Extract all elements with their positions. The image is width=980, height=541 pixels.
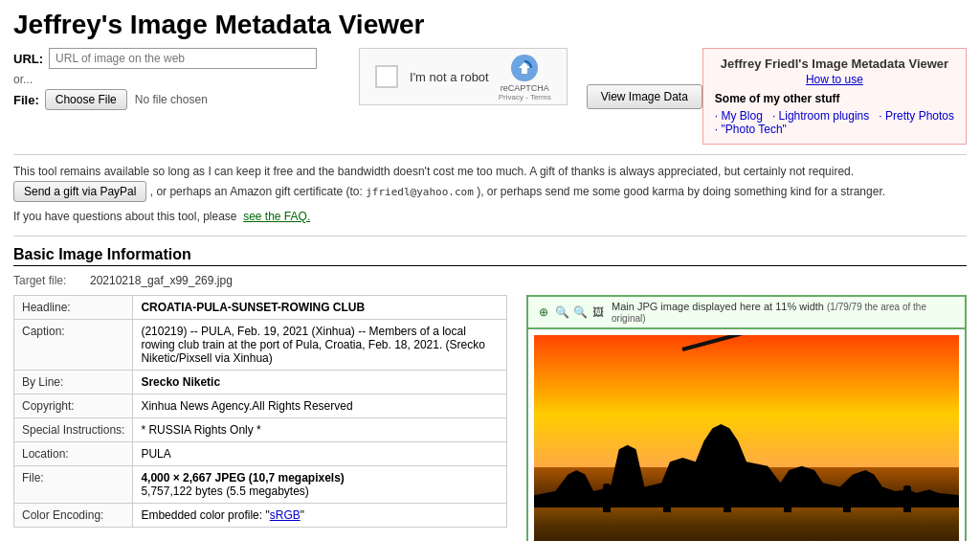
file-label: File: (13, 93, 39, 107)
metadata-table-area: Headline: CROATIA-PULA-SUNSET-ROWING CLU… (13, 295, 507, 541)
url-label: URL: (13, 52, 43, 66)
url-input[interactable] (49, 48, 317, 69)
field-headline-value: CROATIA-PULA-SUNSET-ROWING CLUB (133, 296, 507, 320)
gift-section: This tool remains available so long as I… (13, 163, 967, 237)
table-row: Headline: CROATIA-PULA-SUNSET-ROWING CLU… (14, 296, 507, 320)
email-text: jfriedl@yahoo.com (366, 186, 474, 198)
recaptcha-icon (509, 53, 540, 83)
gift-text1: This tool remains available so long as I… (13, 165, 854, 178)
recaptcha-privacy: Privacy - Terms (499, 93, 551, 101)
recaptcha-label: reCAPTCHA (501, 83, 549, 93)
captcha-checkbox[interactable] (375, 65, 398, 88)
panel-header-text: Main JPG image displayed here at 11% wid… (612, 301, 957, 324)
table-row: Copyright: Xinhua News Agency.All Rights… (14, 394, 507, 418)
faq-link[interactable]: see the FAQ. (243, 210, 310, 223)
field-byline-value: Srecko Niketic (133, 371, 507, 394)
person-silhouette (843, 484, 851, 512)
info-box-links: · My Blog · Lightroom plugins · Pretty P… (715, 109, 954, 136)
field-location-label: Location: (14, 442, 133, 466)
main-content-area: Headline: CROATIA-PULA-SUNSET-ROWING CLU… (13, 295, 967, 541)
target-file-label: Target file: (13, 274, 90, 287)
person-silhouette (903, 485, 911, 512)
table-row: File: 4,000 × 2,667 JPEG (10,7 megapixel… (14, 466, 507, 504)
image-panel: ⊕ 🔍 🔍 🖼 Main JPG image displayed here at… (526, 295, 967, 541)
faq-text: If you have questions about this tool, p… (13, 210, 237, 223)
person-silhouette (663, 485, 671, 512)
my-blog-link[interactable]: · My Blog (715, 109, 763, 123)
search-icon[interactable]: 🔍 (554, 304, 569, 320)
target-file-row: Target file: 20210218_gaf_x99_269.jpg (13, 274, 967, 287)
image-display-box[interactable]: Click image to isolate; click this text … (526, 329, 967, 541)
recaptcha-logo: reCAPTCHA Privacy - Terms (499, 53, 551, 101)
send-gift-button[interactable]: Send a gift via PayPal (13, 181, 146, 202)
no-file-text: No file chosen (135, 93, 208, 106)
field-copyright-value: Xinhua News Agency.All Rights Reserved (133, 394, 507, 418)
info-box-title: Jeffrey Friedl's Image Metadata Viewer (715, 56, 954, 71)
photo-tech-link[interactable]: · "Photo Tech" (715, 123, 787, 136)
pretty-photos-link[interactable]: · Pretty Photos (879, 109, 954, 123)
srgb-link[interactable]: sRGB (270, 508, 301, 522)
view-image-data-button[interactable]: View Image Data (587, 84, 702, 109)
metadata-table: Headline: CROATIA-PULA-SUNSET-ROWING CLU… (13, 295, 507, 528)
image-icon[interactable]: 🖼 (590, 304, 606, 320)
sunset-image[interactable] (534, 335, 959, 541)
url-form-area: URL: or... File: Choose File No file cho… (13, 48, 330, 110)
choose-file-button[interactable]: Choose File (45, 89, 127, 110)
person-silhouette (603, 484, 611, 512)
gift-text2: , or perhaps an Amazon gift certificate … (150, 185, 363, 198)
table-row: Caption: (210219) -- PULA, Feb. 19, 2021… (14, 320, 507, 371)
table-row: By Line: Srecko Niketic (14, 371, 507, 394)
target-file-value: 20210218_gaf_x99_269.jpg (90, 274, 233, 287)
lightroom-plugins-link[interactable]: · Lightroom plugins (772, 109, 869, 123)
field-location-value: PULA (133, 442, 507, 466)
field-byline-label: By Line: (14, 371, 133, 394)
field-caption-label: Caption: (14, 320, 133, 371)
table-row: Special Instructions: * RUSSIA Rights On… (14, 418, 507, 442)
field-headline-label: Headline: (14, 296, 133, 320)
sky-layer (534, 335, 959, 467)
how-to-use-link[interactable]: How to use (715, 73, 954, 86)
person-silhouette (724, 482, 731, 512)
table-row: Color Encoding: Embedded color profile: … (14, 504, 507, 528)
panel-icons: ⊕ 🔍 🔍 🖼 (536, 304, 606, 320)
field-color-value: Embedded color profile: "sRGB" (133, 504, 507, 528)
divider (13, 154, 967, 155)
field-special-value: * RUSSIA Rights Only * (133, 418, 507, 442)
field-special-label: Special Instructions: (14, 418, 133, 442)
green-circle-icon[interactable]: ⊕ (536, 304, 551, 320)
people-layer (576, 464, 937, 512)
field-caption-value: (210219) -- PULA, Feb. 19, 2021 (Xinhua)… (133, 320, 507, 371)
gift-text3: ), or perhaps send me some good karma by… (477, 185, 885, 198)
field-file-label: File: (14, 466, 133, 504)
search2-icon[interactable]: 🔍 (572, 304, 588, 320)
info-box-subtitle: Some of my other stuff (715, 92, 954, 105)
table-row: Location: PULA (14, 442, 507, 466)
basic-info-header: Basic Image Information (13, 246, 967, 266)
page-title: Jeffrey's Image Metadata Viewer (13, 10, 967, 40)
captcha-label: I'm not a robot (410, 70, 489, 84)
captcha-box: I'm not a robot reCAPTCHA Privacy - Term… (359, 48, 568, 105)
info-box: Jeffrey Friedl's Image Metadata Viewer H… (702, 48, 967, 145)
or-text: or... (13, 73, 330, 86)
image-panel-header: ⊕ 🔍 🔍 🖼 Main JPG image displayed here at… (526, 295, 967, 329)
field-file-value: 4,000 × 2,667 JPEG (10,7 megapixels) 5,7… (133, 466, 507, 504)
file-size: 5,757,122 bytes (5.5 megabytes) (141, 485, 308, 498)
field-color-label: Color Encoding: (14, 504, 133, 528)
field-copyright-label: Copyright: (14, 394, 133, 418)
person-silhouette (784, 487, 791, 512)
file-dimensions: 4,000 × 2,667 JPEG (10,7 megapixels) (141, 471, 344, 485)
